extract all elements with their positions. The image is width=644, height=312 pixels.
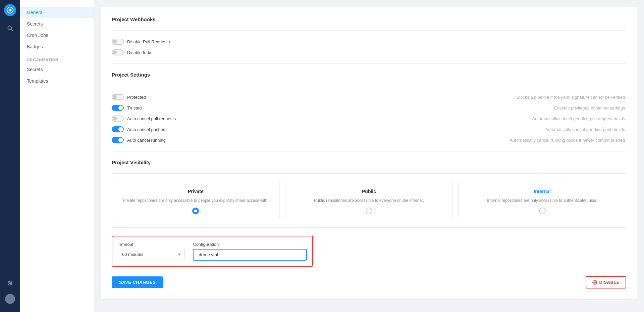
desc-auto-cancel-running: Automatically cancel running builds if n…	[509, 138, 626, 143]
toggle-auto-cancel-pushes[interactable]	[112, 126, 124, 132]
sidebar-item-general[interactable]: General	[20, 7, 94, 18]
timeout-config-container: Timeout 30 minutes 60 minutes 90 minutes…	[112, 236, 313, 267]
sidebar-item-templates[interactable]: Templates	[20, 75, 94, 87]
visibility-internal-radio	[464, 208, 621, 214]
sidebar-item-cron-jobs[interactable]: Cron Jobs	[20, 30, 94, 41]
toggle-disable-pull-requests[interactable]	[112, 39, 124, 45]
visibility-internal-desc: Internal repositories are only accessibl…	[464, 197, 621, 204]
visibility-public-title: Public	[291, 189, 447, 194]
desc-trusted: Enables privileged container settings.	[554, 105, 626, 110]
timeout-label: Timeout	[118, 242, 185, 247]
toggle-row-auto-cancel-pushes: Auto cancel pushes Automatically cancel …	[112, 126, 626, 132]
visibility-card-public[interactable]: Public Public repositories are accessibl…	[285, 182, 453, 219]
desc-auto-cancel-pull: Automatically cancel pending pull reques…	[532, 116, 626, 121]
visibility-private-desc: Private repositories are only accessible…	[117, 197, 274, 204]
label-disable-pull-requests: Disable Pull Requests	[127, 39, 170, 44]
settings-card: Project Webhooks Disable Pull Requests D…	[101, 7, 637, 300]
visibility-private-title: Private	[117, 189, 274, 194]
svg-point-9	[9, 284, 10, 285]
webhooks-section-title: Project Webhooks	[112, 16, 626, 22]
label-trusted: Trusted	[127, 105, 142, 110]
config-input[interactable]	[193, 249, 307, 261]
toggle-row-disable-pull-requests: Disable Pull Requests	[112, 39, 626, 45]
radio-private[interactable]	[192, 208, 199, 214]
bottom-actions: SAVE CHANGES DISABLE	[112, 276, 626, 288]
disable-button[interactable]: DISABLE	[586, 276, 626, 288]
toggle-auto-cancel-pull[interactable]	[112, 116, 124, 122]
timeout-select[interactable]: 30 minutes 60 minutes 90 minutes 120 min…	[118, 249, 185, 260]
save-changes-button[interactable]: SAVE CHANGES	[112, 276, 163, 288]
nav-panel: General Secrets Cron Jobs Badges ORGANIZ…	[20, 0, 94, 312]
desc-protected: Blocks a pipeline if the yaml signature …	[517, 95, 626, 100]
visibility-public-radio	[291, 208, 447, 214]
toggle-disable-forks[interactable]	[112, 49, 124, 55]
sidebar-item-secrets[interactable]: Secrets	[20, 18, 94, 30]
app-logo[interactable]	[4, 4, 16, 16]
visibility-cards: Private Private repositories are only ac…	[112, 182, 626, 219]
search-icon[interactable]	[5, 23, 15, 34]
config-field-group: Configuration	[193, 242, 307, 261]
label-disable-forks: Disable forks	[127, 50, 152, 55]
visibility-card-private[interactable]: Private Private repositories are only ac…	[112, 182, 280, 219]
radio-public[interactable]	[366, 208, 372, 214]
svg-point-1	[9, 9, 11, 11]
toggle-row-disable-forks: Disable forks	[112, 49, 626, 55]
main-content: Project Webhooks Disable Pull Requests D…	[94, 0, 644, 312]
visibility-card-internal[interactable]: Internal Internal repositories are only …	[458, 182, 626, 219]
visibility-private-radio	[117, 208, 274, 214]
label-auto-cancel-pushes: Auto cancel pushes	[127, 127, 165, 132]
visibility-section-title: Project Visibility	[112, 160, 626, 165]
toggle-protected[interactable]	[112, 94, 124, 100]
sidebar-item-badges[interactable]: Badges	[20, 41, 94, 52]
toggle-row-trusted: Trusted Enables privileged container set…	[112, 105, 626, 111]
disable-button-label: DISABLE	[599, 280, 620, 285]
toggle-trusted[interactable]	[112, 105, 124, 111]
tune-icon[interactable]	[5, 278, 15, 288]
sidebar-item-org-secrets[interactable]: Secrets	[20, 64, 94, 75]
svg-point-7	[8, 281, 10, 282]
label-protected: Protected	[127, 95, 146, 100]
svg-line-3	[11, 30, 13, 31]
radio-internal[interactable]	[539, 208, 546, 214]
disable-icon	[592, 280, 597, 285]
sidebar	[0, 0, 20, 312]
label-auto-cancel-running: Auto cancel running	[127, 138, 166, 143]
user-avatar[interactable]	[5, 294, 15, 304]
label-auto-cancel-pull: Auto cancel pull requests	[127, 116, 176, 121]
svg-point-8	[10, 282, 12, 284]
toggle-row-protected: Protected Blocks a pipeline if the yaml …	[112, 94, 626, 100]
settings-section-title: Project Settings	[112, 72, 626, 78]
timeout-field-group: Timeout 30 minutes 60 minutes 90 minutes…	[118, 242, 185, 261]
config-label: Configuration	[193, 242, 307, 247]
visibility-internal-title: Internal	[464, 189, 621, 194]
svg-point-2	[8, 26, 12, 30]
toggle-row-auto-cancel-pull: Auto cancel pull requests Automatically …	[112, 116, 626, 122]
toggle-auto-cancel-running[interactable]	[112, 137, 124, 143]
visibility-public-desc: Public repositories are accessible to ev…	[291, 197, 447, 204]
toggle-row-auto-cancel-running: Auto cancel running Automatically cancel…	[112, 137, 626, 143]
org-section-label: ORGANIZATION	[20, 52, 94, 64]
desc-auto-cancel-pushes: Automatically cancel pending push builds…	[545, 127, 626, 132]
